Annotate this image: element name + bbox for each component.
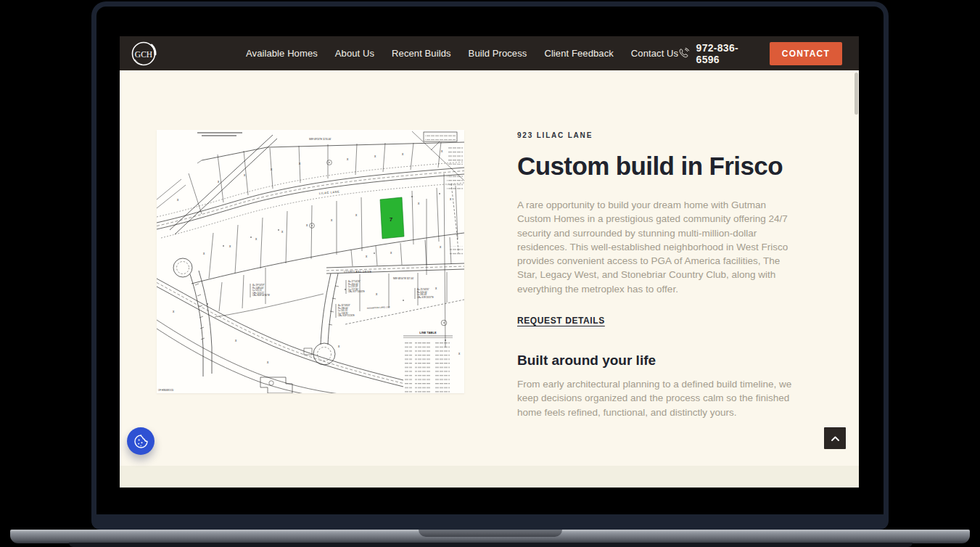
phone-icon (678, 47, 689, 59)
plat-map-image: 7 S89°49'53"E 1174.06' LILAC LANE COU (157, 130, 464, 393)
lilac-lane-label: LILAC LANE (319, 190, 340, 195)
logo-text: GCH (135, 49, 152, 58)
svg-text:x: x (418, 202, 420, 205)
svg-text:x: x (458, 352, 461, 355)
page-title: Custom build in Frisco (517, 149, 797, 183)
section-title: Built around your life (517, 353, 797, 369)
svg-text:x: x (218, 180, 220, 184)
nav-item-build-process[interactable]: Build Process (469, 48, 527, 59)
chevron-up-icon (831, 436, 839, 441)
svg-text:x: x (390, 251, 392, 255)
cookie-consent-button[interactable] (127, 427, 155, 455)
scrollbar-thumb[interactable] (855, 73, 858, 115)
laptop-base-notch (419, 530, 562, 537)
logo[interactable]: GCH (129, 39, 158, 68)
svg-text:x: x (374, 155, 376, 158)
laptop-base-lip (69, 543, 913, 547)
laptop-mockup: GCH Available Homes About Us Recent Buil… (0, 0, 980, 547)
lot-dots (207, 162, 446, 341)
plat-map-drawing: 7 S89°49'53"E 1174.06' LILAC LANE COU (157, 130, 464, 393)
svg-text:x: x (281, 230, 284, 234)
scroll-to-top-button[interactable] (824, 427, 846, 449)
svg-text:x: x (441, 149, 443, 153)
nav-item-about-us[interactable]: About Us (335, 48, 374, 59)
owner-label: HIGHWOOD LAND, LLC (367, 305, 390, 310)
courtland-drive-label: COURTLAND DRIVE (344, 271, 372, 274)
section-text: From early architectural planning to a d… (517, 377, 797, 419)
gch-logo-icon: GCH (129, 39, 158, 68)
phone-link[interactable]: 972-836-6596 (678, 42, 756, 65)
svg-text:x: x (355, 213, 358, 217)
svg-text:x: x (173, 310, 175, 313)
nav-item-contact-us[interactable]: Contact Us (631, 48, 678, 59)
curve-block-4: Δ= 25°34'35" R= 620.00' L= 265.43' CB= S… (417, 288, 434, 299)
svg-text:x: x (450, 197, 452, 201)
svg-text:x: x (267, 361, 269, 364)
svg-text:x: x (435, 287, 437, 290)
svg-text:x: x (338, 345, 340, 348)
curve-block-3: Δ= 32°58'43" R= 280.00' L= 161.15' C= 15… (338, 304, 355, 317)
listing-text-column: 923 LILAC LANE Custom build in Frisco A … (517, 131, 797, 419)
nav-links: Available Homes About Us Recent Builds B… (246, 48, 678, 59)
nav-item-client-feedback[interactable]: Client Feedback (544, 48, 613, 59)
cookie-icon (133, 434, 149, 449)
listing-eyebrow: 923 LILAC LANE (517, 131, 797, 139)
nav-right-group: 972-836-6596 CONTACT (678, 42, 842, 65)
svg-text:x: x (235, 339, 237, 342)
svg-text:x: x (244, 173, 246, 177)
listing-description: A rare opportunity to build your dream h… (517, 198, 797, 296)
contact-button[interactable]: CONTACT (770, 42, 842, 65)
nav-item-available-homes[interactable]: Available Homes (246, 48, 318, 59)
lot-number-label: 7 (390, 216, 393, 223)
svg-text:x: x (376, 292, 378, 296)
browser-viewport: GCH Available Homes About Us Recent Buil… (120, 36, 859, 488)
lot-x-marks: xxx xxx xxx xxx xxx xxx xxx xxx xxx x (173, 149, 461, 364)
svg-text:x: x (255, 237, 258, 241)
svg-text:x: x (306, 223, 308, 227)
svg-text:x: x (366, 255, 368, 258)
laptop-base (10, 530, 970, 543)
request-details-link[interactable]: REQUEST DETAILS (517, 316, 605, 326)
svg-text:x: x (299, 162, 301, 165)
svg-text:x: x (347, 157, 349, 161)
svg-text:x: x (177, 198, 179, 202)
curve-block-2: Δ= 27°54'26" R= 450.00' L= 219.19' C= 21… (348, 280, 365, 293)
svg-text:x: x (203, 252, 205, 255)
footer-strip (120, 466, 859, 488)
svg-text:x: x (331, 218, 333, 222)
map-corner-note: OF HINGWOOD (158, 389, 173, 392)
svg-text:x: x (229, 244, 231, 248)
nav-item-recent-builds[interactable]: Recent Builds (392, 48, 451, 59)
line-table-title: LINE TABLE (419, 331, 437, 334)
navbar: GCH Available Homes About Us Recent Buil… (120, 36, 859, 70)
svg-text:x: x (271, 168, 273, 171)
phone-number: 972-836-6596 (696, 42, 756, 65)
svg-text:x: x (402, 152, 404, 156)
svg-text:x: x (440, 245, 442, 249)
curve-block-1: Δ= 19°54'59" R= 1485.00' L= 515.51' CH= … (252, 284, 270, 297)
map-top-bearing: S89°49'53"E 1174.06' (309, 138, 332, 141)
courtland-bearing: N89°48'00"W 327.40' (393, 277, 414, 280)
